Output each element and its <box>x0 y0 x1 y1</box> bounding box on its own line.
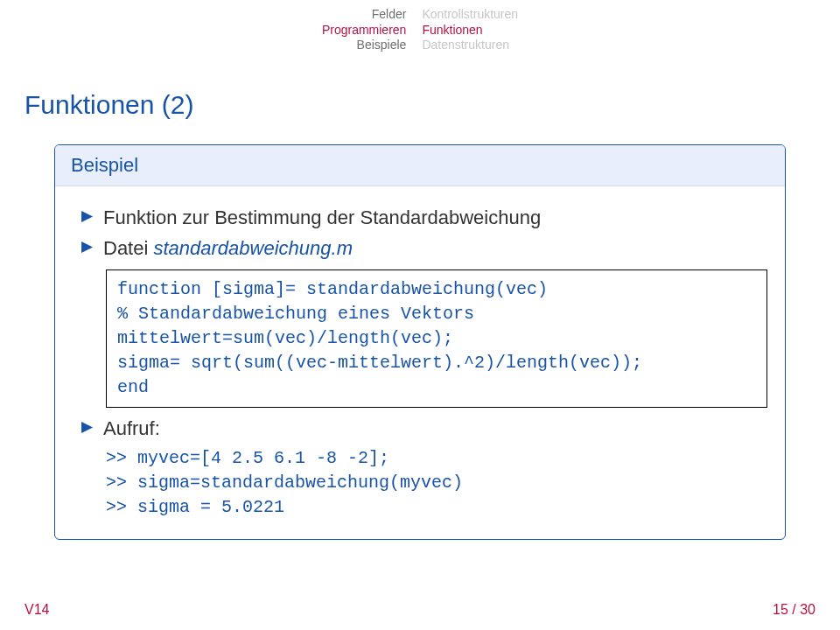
code-box: function [sigma]= standardabweichung(vec… <box>106 270 767 408</box>
example-block: Beispiel ▶ Funktion zur Bestimmung der S… <box>54 144 786 541</box>
call-output: >> myvec=[4 2.5 6.1 -8 -2]; >> sigma=sta… <box>106 446 767 520</box>
nav-left-column: Felder Programmieren Beispiele <box>322 7 406 53</box>
bullet-3: ▶ Aufruf: <box>73 415 767 443</box>
nav-item-programmieren[interactable]: Programmieren <box>322 23 406 38</box>
triangle-icon: ▶ <box>81 234 93 259</box>
footer: V14 15 / 30 <box>0 602 840 618</box>
footer-left: V14 <box>24 602 49 618</box>
page-title: Funktionen (2) <box>0 66 840 144</box>
nav-item-kontrollstrukturen[interactable]: Kontrollstrukturen <box>422 7 518 23</box>
bullet-2-prefix: Datei <box>103 237 153 259</box>
header-nav: Felder Programmieren Beispiele Kontrolls… <box>0 0 840 66</box>
bullet-1: ▶ Funktion zur Bestimmung der Standardab… <box>73 204 767 232</box>
bullet-1-text: Funktion zur Bestimmung der Standardabwe… <box>103 204 767 232</box>
nav-item-datenstrukturen[interactable]: Datenstrukturen <box>422 38 518 53</box>
nav-item-beispiele[interactable]: Beispiele <box>322 38 406 53</box>
bullet-2: ▶ Datei standardabweichung.m <box>73 234 767 262</box>
footer-right: 15 / 30 <box>773 602 816 618</box>
bullet-2-text: Datei standardabweichung.m <box>103 234 767 262</box>
nav-item-funktionen[interactable]: Funktionen <box>422 23 518 38</box>
nav-right-column: Kontrollstrukturen Funktionen Datenstruk… <box>422 7 518 53</box>
bullet-2-filename: standardabweichung.m <box>153 237 352 259</box>
triangle-icon: ▶ <box>81 415 93 439</box>
block-body: ▶ Funktion zur Bestimmung der Standardab… <box>55 186 785 540</box>
nav-item-felder[interactable]: Felder <box>322 7 406 23</box>
block-title: Beispiel <box>55 145 785 186</box>
triangle-icon: ▶ <box>81 204 93 228</box>
bullet-3-text: Aufruf: <box>103 415 767 443</box>
